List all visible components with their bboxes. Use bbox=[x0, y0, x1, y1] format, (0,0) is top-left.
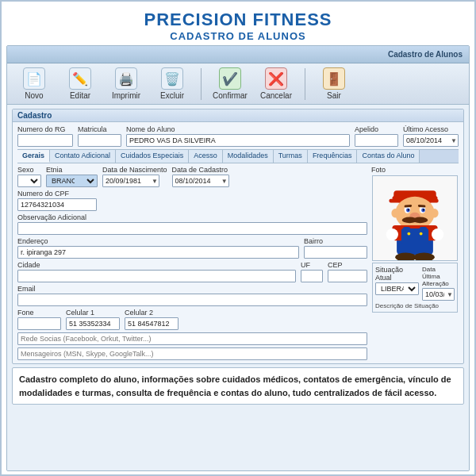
excluir-icon: 🗑️ bbox=[161, 67, 183, 90]
redes-input[interactable] bbox=[17, 332, 367, 345]
obs-input[interactable] bbox=[17, 222, 367, 235]
etnia-select[interactable]: BRANCO bbox=[46, 175, 98, 187]
foto-label: Foto bbox=[371, 166, 386, 174]
cep-label: CEP bbox=[328, 261, 367, 269]
cpf-input[interactable] bbox=[17, 198, 97, 211]
situacao-select[interactable]: LIBERADO bbox=[375, 282, 419, 295]
email-input[interactable] bbox=[17, 294, 367, 306]
endereco-label: Endereço bbox=[17, 237, 299, 245]
tab-turmas[interactable]: Turmas bbox=[274, 150, 308, 163]
celular1-input[interactable] bbox=[66, 317, 120, 330]
novo-button[interactable]: 📄 Novo bbox=[15, 67, 53, 100]
rg-group: Numero do RG bbox=[17, 125, 73, 147]
cancelar-button[interactable]: ❌ Cancelar bbox=[257, 67, 295, 100]
editar-button[interactable]: ✏️ Editar bbox=[61, 67, 99, 100]
celular2-input[interactable] bbox=[125, 317, 178, 330]
imprimir-label: Imprimir bbox=[112, 91, 140, 100]
ultimo-acesso-group: Último Acesso ▼ bbox=[403, 125, 459, 147]
tab-acesso[interactable]: Acesso bbox=[189, 150, 223, 163]
svg-point-15 bbox=[391, 209, 399, 217]
sair-icon: 🚪 bbox=[323, 67, 345, 90]
fone-group: Fone bbox=[17, 309, 61, 330]
mario-image bbox=[375, 177, 455, 260]
sexo-select[interactable]: M F bbox=[17, 175, 41, 187]
matricula-label: Matricula bbox=[78, 125, 121, 133]
situacao-label: Situação Atual bbox=[375, 266, 419, 282]
cep-group: CEP bbox=[328, 261, 367, 282]
svg-point-24 bbox=[386, 228, 398, 240]
cidade-input[interactable] bbox=[17, 270, 296, 282]
fone-label: Fone bbox=[17, 309, 61, 317]
svg-point-22 bbox=[407, 232, 410, 235]
toolbar-divider2 bbox=[305, 68, 305, 100]
etnia-group: Etnia BRANCO bbox=[46, 166, 98, 187]
uf-input[interactable] bbox=[301, 270, 323, 282]
mensageiros-input[interactable] bbox=[17, 347, 367, 360]
situacao-group: Situação Atual LIBERADO bbox=[375, 266, 419, 301]
excluir-button[interactable]: 🗑️ Excluir bbox=[153, 67, 191, 100]
cep-input[interactable] bbox=[328, 270, 367, 282]
matricula-input[interactable] bbox=[78, 134, 121, 147]
imprimir-button[interactable]: 🖨️ Imprimir bbox=[107, 67, 145, 100]
tab-contato[interactable]: Contato Adicional bbox=[50, 150, 116, 163]
tab-gerais[interactable]: Gerais bbox=[17, 150, 50, 163]
window-topbar: Cadastro de Alunos bbox=[7, 46, 469, 63]
app-subtitle: CADASTRO DE ALUNOS bbox=[2, 30, 474, 42]
svg-point-9 bbox=[423, 209, 424, 210]
etnia-label: Etnia bbox=[46, 166, 98, 174]
rg-input[interactable] bbox=[17, 134, 73, 147]
sair-button[interactable]: 🚪 Sair bbox=[315, 67, 353, 100]
cidade-group: Cidade bbox=[17, 261, 296, 282]
photo-box bbox=[372, 175, 458, 261]
endereco-group: Endereço bbox=[17, 237, 299, 259]
svg-point-25 bbox=[432, 228, 443, 240]
endereco-input[interactable] bbox=[17, 246, 299, 259]
svg-point-16 bbox=[431, 209, 439, 217]
cadastro-label: Cadastro bbox=[13, 109, 463, 122]
data-cad-arrow: ▼ bbox=[221, 178, 228, 185]
situation-box: Situação Atual LIBERADO Data Última Alte… bbox=[372, 263, 458, 313]
cancelar-label: Cancelar bbox=[260, 91, 292, 100]
celular2-group: Celular 2 bbox=[125, 309, 178, 330]
svg-point-8 bbox=[408, 209, 409, 210]
redes-group bbox=[17, 332, 367, 345]
celular1-label: Celular 1 bbox=[66, 309, 120, 317]
apelido-input[interactable] bbox=[355, 134, 398, 147]
data-alt-arrow: ▼ bbox=[447, 291, 453, 298]
app-title: PRECISION FITNESS bbox=[2, 10, 474, 30]
header: PRECISION FITNESS CADASTRO DE ALUNOS bbox=[2, 2, 474, 45]
tab-cuidados[interactable]: Cuidados Especiais bbox=[116, 150, 189, 163]
tab-frequencias[interactable]: Frequências bbox=[308, 150, 358, 163]
nome-label: Nome do Aluno bbox=[126, 125, 350, 133]
sair-label: Sair bbox=[327, 91, 341, 100]
ultimo-acesso-arrow: ▼ bbox=[451, 137, 457, 144]
cidade-label: Cidade bbox=[17, 261, 296, 269]
nome-input[interactable] bbox=[126, 134, 350, 147]
confirmar-button[interactable]: ✔️ Confirmar bbox=[211, 67, 249, 100]
apelido-label: Apelido bbox=[355, 125, 398, 133]
editar-label: Editar bbox=[70, 91, 90, 100]
cpf-label: Numero do CPF bbox=[17, 190, 97, 198]
tab-contas[interactable]: Contas do Aluno bbox=[357, 150, 420, 163]
celular2-label: Celular 2 bbox=[125, 309, 178, 317]
window-area: Cadastro de Alunos 📄 Novo ✏️ Editar 🖨️ I… bbox=[6, 45, 470, 471]
rg-label: Numero do RG bbox=[17, 125, 73, 133]
data-cad-group: Data de Cadastro ▼ bbox=[172, 166, 229, 187]
data-nasc-group: Data de Nascimento ▼ bbox=[102, 166, 167, 187]
sexo-group: Sexo M F bbox=[17, 166, 41, 187]
data-alt-group: Data Última Alteração ▼ bbox=[422, 266, 455, 301]
ultimo-acesso-label: Último Acesso bbox=[403, 125, 459, 133]
tabs-row: Gerais Contato Adicional Cuidados Especi… bbox=[17, 149, 459, 163]
fone-input[interactable] bbox=[17, 317, 61, 330]
toolbar-divider bbox=[201, 68, 202, 100]
email-group: Email bbox=[17, 285, 367, 306]
svg-point-14 bbox=[413, 217, 428, 223]
sexo-label: Sexo bbox=[17, 166, 41, 174]
form-left: Sexo M F Etnia bbox=[17, 166, 367, 360]
cancelar-icon: ❌ bbox=[265, 67, 287, 90]
tab-modalidades[interactable]: Modalidades bbox=[223, 150, 274, 163]
toolbar: 📄 Novo ✏️ Editar 🖨️ Imprimir 🗑️ Excluir … bbox=[7, 63, 469, 105]
excluir-label: Excluir bbox=[160, 91, 184, 100]
content-area: Cadastro Numero do RG Matricula bbox=[7, 105, 469, 470]
bairro-input[interactable] bbox=[304, 246, 367, 259]
